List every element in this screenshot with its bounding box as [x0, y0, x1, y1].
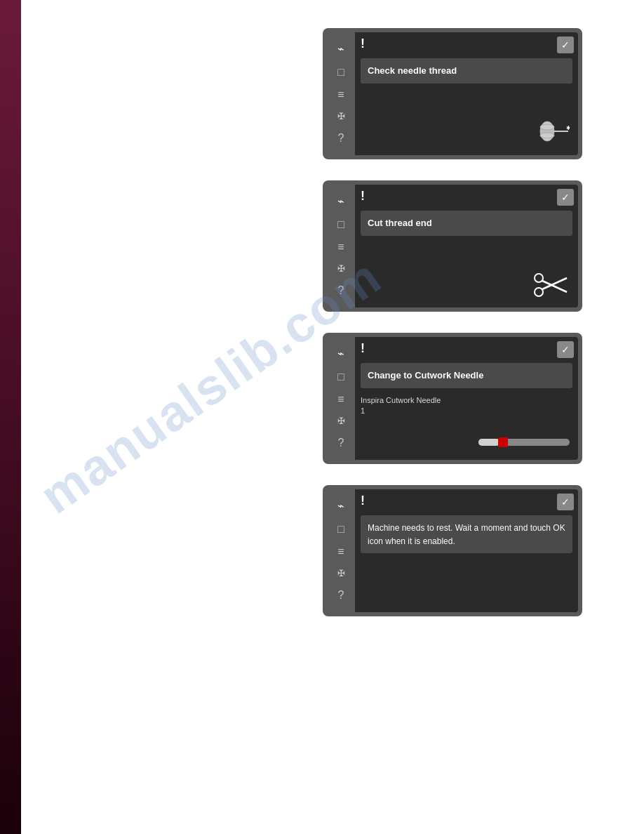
- svg-rect-12: [498, 437, 508, 447]
- panel-4-header: !: [355, 489, 578, 511]
- panel-2-icon-menu[interactable]: ≡: [337, 241, 344, 253]
- svg-point-2: [540, 124, 554, 130]
- panel-1-icon-settings[interactable]: ✠: [337, 112, 345, 121]
- spool-thread-icon: ✱: [528, 117, 570, 145]
- panel-3-icon-menu[interactable]: ≡: [337, 394, 344, 405]
- panel-check-needle-thread: ⌁ □ ≡ ✠ ? ! Check needle thread: [323, 28, 582, 159]
- panel-1-icon-square[interactable]: □: [337, 67, 344, 78]
- panel-1-spool-area: ✱: [528, 117, 570, 148]
- panel-machine-rest: ⌁ □ ≡ ✠ ? ! Machine needs to rest. Wait …: [323, 485, 582, 616]
- panel-cut-thread-end: ⌁ □ ≡ ✠ ? ! Cut thread end: [323, 180, 582, 312]
- panel-2-exclamation: !: [361, 189, 365, 204]
- panel-4-content: ! Machine needs to rest. Wait a moment a…: [355, 489, 578, 612]
- panels-area: ⌁ □ ≡ ✠ ? ! Check needle thread: [323, 28, 596, 616]
- panel-1-icon-help[interactable]: ?: [338, 133, 344, 144]
- panel-2-content: ! Cut thread end: [355, 185, 578, 307]
- panel-3-progress-area: [478, 437, 570, 450]
- panel-4-icon-h[interactable]: ⌁: [337, 501, 344, 512]
- panel-4-message-box: Machine needs to rest. Wait a moment and…: [361, 515, 572, 553]
- svg-text:✱: ✱: [566, 125, 570, 131]
- panel-1-icon-menu[interactable]: ≡: [337, 89, 344, 100]
- panel-4-icon-help[interactable]: ?: [338, 590, 344, 601]
- svg-line-9: [542, 278, 567, 289]
- panel-2-icon-settings[interactable]: ✠: [337, 264, 345, 273]
- panel-3-sub-info: Inspira Cutwork Needle 1: [355, 391, 578, 418]
- panel-1-exclamation: !: [361, 37, 365, 51]
- panel-2-icon-square[interactable]: □: [337, 219, 344, 230]
- panel-3-checkmark[interactable]: [557, 341, 574, 358]
- scissors-icon: [533, 272, 570, 298]
- panel-4-exclamation: !: [361, 494, 365, 508]
- panel-2-message: Cut thread end: [368, 218, 432, 228]
- panel-2-scissors-area: [533, 272, 570, 300]
- panel-3-message-title: Change to Cutwork Needle: [368, 370, 483, 380]
- panel-3-icon-settings[interactable]: ✠: [337, 416, 345, 425]
- panel-2-icon-help[interactable]: ?: [338, 285, 344, 296]
- panel-4-icon-square[interactable]: □: [337, 524, 344, 535]
- panel-1-header: !: [355, 32, 578, 54]
- svg-point-6: [535, 274, 543, 282]
- panel-3-exclamation: !: [361, 341, 365, 356]
- panel-2-header: !: [355, 185, 578, 206]
- panel-1-icon-h[interactable]: ⌁: [337, 44, 344, 55]
- panel-1-message: Check needle thread: [368, 65, 457, 76]
- panel-4-icon-menu[interactable]: ≡: [337, 546, 344, 557]
- panel-4-icon-settings[interactable]: ✠: [337, 569, 345, 578]
- panel-1-message-box: Check needle thread: [361, 58, 572, 84]
- panel-1-checkmark[interactable]: [557, 37, 574, 53]
- panel-4-message: Machine needs to rest. Wait a moment and…: [368, 523, 565, 546]
- panel-3-content: ! Change to Cutwork Needle Inspira Cutwo…: [355, 337, 578, 460]
- panel-4-sidebar: ⌁ □ ≡ ✠ ?: [327, 489, 355, 612]
- panel-3-icon-square[interactable]: □: [337, 371, 344, 383]
- panel-1-content: ! Check needle thread: [355, 32, 578, 155]
- panel-3-icon-h[interactable]: ⌁: [337, 348, 344, 359]
- panel-3-message-box: Change to Cutwork Needle: [361, 363, 572, 388]
- panel-3-icon-help[interactable]: ?: [338, 437, 344, 449]
- panel-3-sidebar: ⌁ □ ≡ ✠ ?: [327, 337, 355, 460]
- panel-3-sub2: 1: [361, 406, 572, 415]
- panel-2-sidebar: ⌁ □ ≡ ✠ ?: [327, 185, 355, 307]
- svg-point-3: [540, 133, 554, 138]
- panel-1-sidebar: ⌁ □ ≡ ✠ ?: [327, 32, 355, 155]
- svg-rect-11: [478, 439, 499, 446]
- panel-2-icon-h[interactable]: ⌁: [337, 196, 344, 207]
- svg-point-8: [535, 288, 543, 296]
- panel-4-checkmark[interactable]: [557, 494, 574, 510]
- progress-bar-icon: [478, 437, 570, 447]
- panel-2-checkmark[interactable]: [557, 189, 574, 206]
- panel-3-sub1: Inspira Cutwork Needle: [361, 396, 572, 404]
- left-sidebar: [0, 0, 21, 834]
- svg-line-7: [542, 281, 567, 292]
- panel-change-cutwork-needle: ⌁ □ ≡ ✠ ? ! Change to Cutwork Needle Ins…: [323, 333, 582, 464]
- panel-3-header: !: [355, 337, 578, 359]
- panel-2-message-box: Cut thread end: [361, 211, 572, 236]
